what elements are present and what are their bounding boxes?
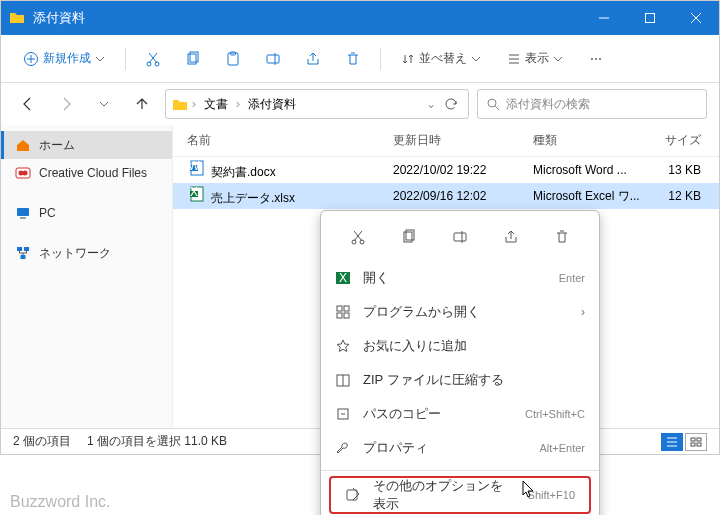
ctx-more-options[interactable]: その他のオプションを表示 Shift+F10 [331,478,589,512]
ctx-label: 開く [363,269,547,287]
sidebar-item-network[interactable]: ネットワーク [1,239,172,267]
view-icons-button[interactable] [685,433,707,451]
back-button[interactable] [13,89,43,119]
new-button[interactable]: 新規作成 [13,43,115,75]
close-button[interactable] [673,1,719,35]
rename-button[interactable] [256,43,290,75]
app-icon [335,304,351,320]
sidebar-label: Creative Cloud Files [39,166,147,180]
sort-label: 並べ替え [419,50,467,67]
svg-rect-13 [17,208,29,216]
chevron-right-icon: › [236,97,240,111]
sidebar-label: PC [39,206,56,220]
ctx-label: お気に入りに追加 [363,337,585,355]
svg-rect-25 [697,438,701,441]
cloud-icon [15,165,31,181]
column-headers[interactable]: 名前 更新日時 種類 サイズ [173,125,719,157]
svg-text:W: W [189,160,200,173]
col-date[interactable]: 更新日時 [393,132,533,149]
ctx-favorite[interactable]: お気に入りに追加 [321,329,599,363]
network-icon [15,245,31,261]
sidebar-item-home[interactable]: ホーム [1,131,172,159]
forward-button[interactable] [51,89,81,119]
chevron-down-icon[interactable]: ⌄ [426,97,436,111]
svg-rect-26 [691,443,695,446]
zip-icon [335,372,351,388]
separator [321,470,599,471]
up-button[interactable] [127,89,157,119]
svg-rect-15 [17,247,22,251]
col-size[interactable]: サイズ [653,132,719,149]
ctx-label: パスのコピー [363,405,513,423]
ctx-zip[interactable]: ZIP ファイルに圧縮する [321,363,599,397]
path-icon [335,406,351,422]
recent-button[interactable] [89,89,119,119]
window-title: 添付資料 [33,9,581,27]
star-icon [335,338,351,354]
maximize-button[interactable] [627,1,673,35]
file-date: 2022/09/16 12:02 [393,189,533,203]
ctx-properties[interactable]: プロパティ Alt+Enter [321,431,599,465]
ctx-share-button[interactable] [495,223,527,251]
cursor-icon [522,480,536,498]
view-label: 表示 [525,50,549,67]
watermark: Buzzword Inc. [10,493,110,511]
ctx-label: ZIP ファイルに圧縮する [363,371,585,389]
file-row[interactable]: W契約書.docx 2022/10/02 19:22 Microsoft Wor… [173,157,719,183]
highlighted-item: その他のオプションを表示 Shift+F10 [329,476,591,514]
col-type[interactable]: 種類 [533,132,653,149]
cut-button[interactable] [136,43,170,75]
view-details-button[interactable] [661,433,683,451]
status-count: 2 個の項目 [13,433,71,450]
paste-button[interactable] [216,43,250,75]
breadcrumb-item[interactable]: 添付資料 [244,94,300,115]
svg-rect-32 [454,233,466,241]
svg-text:X: X [339,271,347,285]
svg-rect-27 [697,443,701,446]
ctx-rename-button[interactable] [444,223,476,251]
folder-icon [9,10,25,26]
file-size: 13 KB [653,163,719,177]
sidebar-item-pc[interactable]: PC [1,199,172,227]
search-icon [486,97,500,111]
chevron-right-icon: › [581,305,585,319]
view-button[interactable]: 表示 [497,43,573,75]
pc-icon [15,205,31,221]
ctx-openwith[interactable]: プログラムから開く › [321,295,599,329]
excel-icon: X [335,270,351,286]
search-input[interactable]: 添付資料の検索 [477,89,707,119]
breadcrumb[interactable]: › 文書 › 添付資料 ⌄ [165,89,469,119]
svg-rect-36 [344,306,349,311]
ctx-copypath[interactable]: パスのコピー Ctrl+Shift+C [321,397,599,431]
breadcrumb-item[interactable]: 文書 [200,94,232,115]
toolbar: 新規作成 並べ替え 表示 ⋯ [1,35,719,83]
file-row[interactable]: X売上データ.xlsx 2022/09/16 12:02 Microsoft E… [173,183,719,209]
svg-rect-38 [344,313,349,318]
folder-icon [172,96,188,112]
file-date: 2022/10/02 19:22 [393,163,533,177]
search-placeholder: 添付資料の検索 [506,96,590,113]
delete-button[interactable] [336,43,370,75]
share-button[interactable] [296,43,330,75]
ctx-open[interactable]: X 開く Enter [321,261,599,295]
svg-rect-37 [337,313,342,318]
file-size: 12 KB [653,189,719,203]
refresh-button[interactable] [440,93,462,115]
wrench-icon [335,440,351,456]
ctx-copy-button[interactable] [393,223,425,251]
ctx-delete-button[interactable] [546,223,578,251]
ctx-cut-button[interactable] [342,223,374,251]
copy-button[interactable] [176,43,210,75]
more-button[interactable]: ⋯ [579,43,613,75]
sidebar-item-ccf[interactable]: Creative Cloud Files [1,159,172,187]
sort-button[interactable]: 並べ替え [391,43,491,75]
svg-point-9 [488,99,496,107]
titlebar[interactable]: 添付資料 [1,1,719,35]
minimize-button[interactable] [581,1,627,35]
svg-text:X: X [190,186,198,199]
svg-rect-41 [347,490,357,500]
excel-icon: X [187,186,207,202]
file-type: Microsoft Word ... [533,163,653,177]
ctx-shortcut: Enter [559,272,585,284]
col-name[interactable]: 名前 [173,132,393,149]
